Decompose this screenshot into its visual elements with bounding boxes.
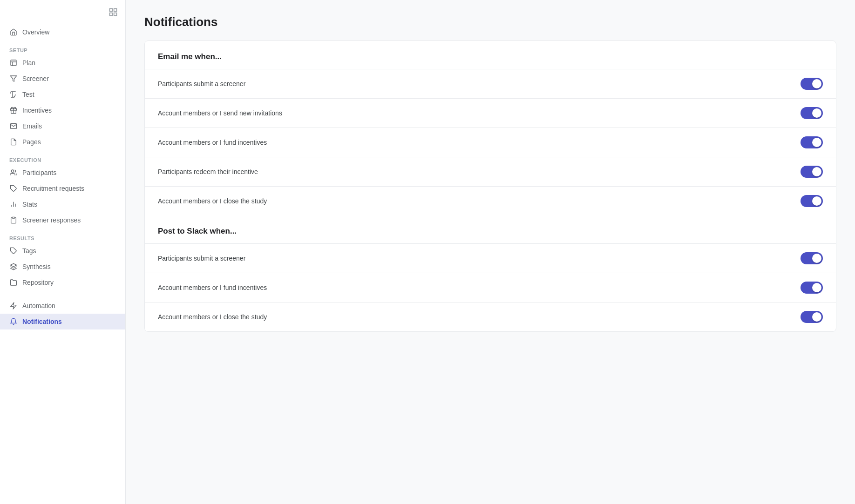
sidebar-top-icon-area <box>0 7 125 24</box>
slack-screener-toggle[interactable] <box>801 252 823 264</box>
sidebar-item-overview[interactable]: Overview <box>0 24 125 40</box>
sidebar-item-label: Tags <box>22 247 36 255</box>
email-redeem-toggle[interactable] <box>801 166 823 178</box>
bell-icon <box>9 317 18 326</box>
sidebar-item-incentives[interactable]: Incentives <box>0 102 125 118</box>
sidebar-item-label: Recruitment requests <box>22 185 84 192</box>
page-title: Notifications <box>144 15 836 29</box>
sidebar-item-recruitment[interactable]: Recruitment requests <box>0 181 125 196</box>
email-redeem-label: Participants redeem their incentive <box>158 168 258 175</box>
sidebar-item-label: Stats <box>22 201 37 208</box>
sidebar-item-label: Notifications <box>22 318 62 325</box>
svg-marker-17 <box>10 263 16 267</box>
svg-rect-0 <box>110 9 113 12</box>
svg-point-10 <box>11 170 14 172</box>
sidebar-item-notifications[interactable]: Notifications <box>0 314 125 329</box>
slack-fund-label: Account members or I fund incentives <box>158 284 267 291</box>
home-icon <box>9 28 18 36</box>
email-close-row: Account members or I close the study <box>145 186 836 215</box>
email-invitations-toggle[interactable] <box>801 107 823 119</box>
file-icon <box>9 138 18 146</box>
results-section-label: Results <box>0 228 125 243</box>
sidebar-item-repository[interactable]: Repository <box>0 275 125 290</box>
setup-section-label: Setup <box>0 40 125 55</box>
sidebar-item-label: Incentives <box>22 107 52 114</box>
plan-icon <box>9 59 18 67</box>
sidebar-item-tags[interactable]: Tags <box>0 243 125 259</box>
email-close-label: Account members or I close the study <box>158 197 267 205</box>
email-close-toggle[interactable] <box>801 195 823 207</box>
sidebar-item-label: Automation <box>22 302 55 309</box>
execution-section-label: Execution <box>0 150 125 165</box>
email-invitations-row: Account members or I send new invitation… <box>145 98 836 128</box>
sidebar-item-label: Overview <box>22 28 49 36</box>
sidebar-item-label: Screener <box>22 75 49 82</box>
sidebar-item-screener-responses[interactable]: Screener responses <box>0 212 125 228</box>
svg-marker-18 <box>11 302 16 309</box>
clipboard-icon <box>9 216 18 224</box>
sidebar-item-pages[interactable]: Pages <box>0 134 125 150</box>
svg-rect-1 <box>114 9 117 12</box>
sidebar-item-stats[interactable]: Stats <box>0 196 125 212</box>
email-redeem-row: Participants redeem their incentive <box>145 157 836 186</box>
sidebar-item-participants[interactable]: Participants <box>0 165 125 181</box>
sidebar-item-synthesis[interactable]: Synthesis <box>0 259 125 275</box>
main-content: Notifications Email me when... Participa… <box>126 0 855 504</box>
sidebar-item-label: Repository <box>22 279 54 286</box>
svg-marker-7 <box>10 76 16 81</box>
layers-icon <box>9 262 18 271</box>
sidebar-item-emails[interactable]: Emails <box>0 118 125 134</box>
sidebar-item-label: Test <box>22 91 34 98</box>
email-screener-label: Participants submit a screener <box>158 80 245 87</box>
sidebar-item-test[interactable]: Test <box>0 87 125 102</box>
svg-rect-2 <box>110 13 113 16</box>
tag-icon2 <box>9 247 18 255</box>
email-fund-toggle[interactable] <box>801 136 823 148</box>
sidebar-item-label: Participants <box>22 169 56 176</box>
sidebar-item-label: Pages <box>22 138 41 146</box>
filter-icon <box>9 74 18 83</box>
slack-close-toggle[interactable] <box>801 311 823 323</box>
chart-icon <box>9 200 18 208</box>
svg-rect-15 <box>12 217 14 218</box>
slack-fund-row: Account members or I fund incentives <box>145 273 836 302</box>
sidebar-item-plan[interactable]: Plan <box>0 55 125 71</box>
svg-rect-3 <box>114 13 117 16</box>
slack-screener-row: Participants submit a screener <box>145 243 836 273</box>
gift-icon <box>9 106 18 114</box>
sidebar-item-label: Plan <box>22 59 35 67</box>
slack-screener-label: Participants submit a screener <box>158 255 245 262</box>
svg-rect-4 <box>11 60 16 66</box>
grid-icon <box>109 7 118 19</box>
slack-close-label: Account members or I close the study <box>158 313 267 321</box>
slack-close-row: Account members or I close the study <box>145 302 836 331</box>
notifications-card: Email me when... Participants submit a s… <box>144 40 836 332</box>
email-fund-label: Account members or I fund incentives <box>158 139 267 146</box>
slack-fund-toggle[interactable] <box>801 282 823 294</box>
sidebar-item-label: Emails <box>22 122 42 130</box>
email-screener-toggle[interactable] <box>801 78 823 90</box>
sidebar-item-label: Screener responses <box>22 216 81 224</box>
slack-section-heading: Post to Slack when... <box>145 215 836 243</box>
sidebar-item-automation[interactable]: Automation <box>0 298 125 314</box>
tag-icon <box>9 184 18 193</box>
sidebar-item-label: Synthesis <box>22 263 51 270</box>
zap-icon <box>9 302 18 310</box>
mail-icon <box>9 122 18 130</box>
sidebar-item-screener[interactable]: Screener <box>0 71 125 87</box>
sidebar: Overview Setup Plan Screener Test <box>0 0 126 504</box>
folder-icon <box>9 278 18 287</box>
email-section-heading: Email me when... <box>145 41 836 69</box>
email-fund-row: Account members or I fund incentives <box>145 128 836 157</box>
email-invitations-label: Account members or I send new invitation… <box>158 109 282 117</box>
beaker-icon <box>9 90 18 99</box>
email-screener-row: Participants submit a screener <box>145 69 836 98</box>
people-icon <box>9 168 18 177</box>
